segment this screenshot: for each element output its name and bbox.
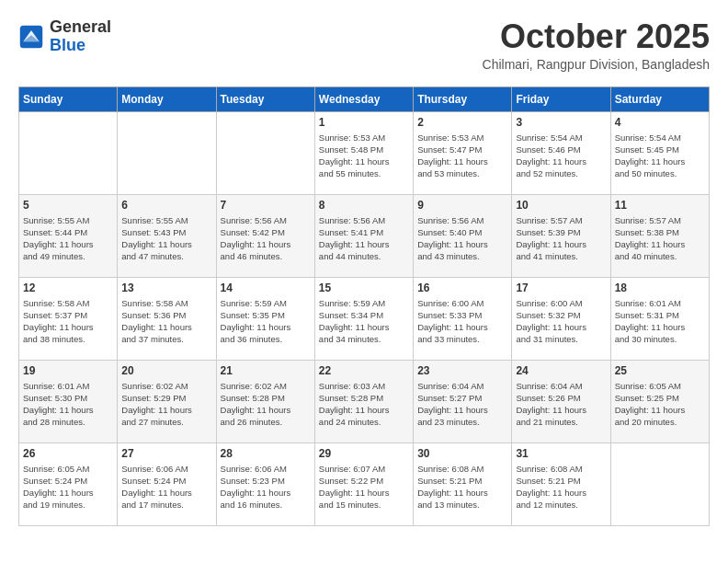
- calendar-cell: 25Sunrise: 6:05 AMSunset: 5:25 PMDayligh…: [610, 360, 709, 442]
- day-number: 27: [121, 447, 211, 460]
- day-number: 20: [121, 364, 211, 377]
- day-info: Sunrise: 6:07 AMSunset: 5:22 PMDaylight:…: [319, 463, 409, 511]
- day-info: Sunrise: 5:57 AMSunset: 5:38 PMDaylight:…: [615, 214, 705, 263]
- day-info: Sunrise: 5:58 AMSunset: 5:37 PMDaylight:…: [23, 297, 113, 346]
- day-info: Sunrise: 5:59 AMSunset: 5:34 PMDaylight:…: [319, 297, 409, 346]
- month-title: October 2025: [483, 18, 710, 55]
- calendar-cell: 2Sunrise: 5:53 AMSunset: 5:47 PMDaylight…: [414, 111, 512, 194]
- header-saturday: Saturday: [610, 86, 709, 111]
- calendar-cell: 23Sunrise: 6:04 AMSunset: 5:27 PMDayligh…: [414, 360, 512, 442]
- day-number: 17: [516, 282, 606, 294]
- calendar-cell: [118, 111, 216, 194]
- calendar-week-row: 19Sunrise: 6:01 AMSunset: 5:30 PMDayligh…: [19, 360, 710, 442]
- header-wednesday: Wednesday: [314, 86, 413, 111]
- calendar-cell: 9Sunrise: 5:56 AMSunset: 5:40 PMDaylight…: [414, 194, 512, 277]
- page-header: General Blue October 2025 Chilmari, Rang…: [18, 18, 710, 72]
- calendar-week-row: 26Sunrise: 6:05 AMSunset: 5:24 PMDayligh…: [19, 442, 710, 525]
- calendar-cell: 10Sunrise: 5:57 AMSunset: 5:39 PMDayligh…: [512, 194, 610, 277]
- day-number: 8: [319, 199, 409, 212]
- calendar-week-row: 1Sunrise: 5:53 AMSunset: 5:48 PMDaylight…: [19, 111, 710, 194]
- calendar-cell: 28Sunrise: 6:06 AMSunset: 5:23 PMDayligh…: [216, 442, 314, 525]
- day-info: Sunrise: 5:55 AMSunset: 5:44 PMDaylight:…: [23, 214, 113, 263]
- day-number: 2: [417, 116, 507, 129]
- day-number: 21: [221, 364, 311, 377]
- day-info: Sunrise: 5:53 AMSunset: 5:48 PMDaylight:…: [319, 132, 409, 180]
- day-number: 22: [319, 364, 409, 377]
- day-info: Sunrise: 6:02 AMSunset: 5:29 PMDaylight:…: [121, 380, 211, 429]
- day-info: Sunrise: 6:01 AMSunset: 5:30 PMDaylight:…: [23, 380, 113, 429]
- calendar-cell: [610, 442, 709, 525]
- logo-icon: [18, 24, 44, 50]
- day-info: Sunrise: 6:04 AMSunset: 5:26 PMDaylight:…: [516, 380, 606, 429]
- logo-general-text: General: [50, 17, 111, 36]
- day-info: Sunrise: 5:57 AMSunset: 5:39 PMDaylight:…: [516, 214, 606, 263]
- calendar-cell: 21Sunrise: 6:02 AMSunset: 5:28 PMDayligh…: [216, 360, 314, 442]
- day-number: 31: [516, 447, 606, 460]
- day-number: 13: [121, 282, 211, 294]
- calendar-cell: 27Sunrise: 6:06 AMSunset: 5:24 PMDayligh…: [118, 442, 216, 525]
- calendar-header-row: SundayMondayTuesdayWednesdayThursdayFrid…: [19, 86, 710, 111]
- header-friday: Friday: [512, 86, 610, 111]
- calendar-cell: 15Sunrise: 5:59 AMSunset: 5:34 PMDayligh…: [314, 277, 413, 360]
- calendar-cell: 11Sunrise: 5:57 AMSunset: 5:38 PMDayligh…: [610, 194, 709, 277]
- day-number: 12: [23, 282, 113, 294]
- day-info: Sunrise: 6:05 AMSunset: 5:25 PMDaylight:…: [615, 380, 705, 429]
- logo-blue-text: Blue: [50, 36, 85, 54]
- location-subtitle: Chilmari, Rangpur Division, Bangladesh: [483, 57, 710, 72]
- calendar-cell: 8Sunrise: 5:56 AMSunset: 5:41 PMDaylight…: [314, 194, 413, 277]
- day-number: 29: [319, 447, 409, 460]
- day-info: Sunrise: 6:00 AMSunset: 5:32 PMDaylight:…: [516, 297, 606, 346]
- day-info: Sunrise: 5:54 AMSunset: 5:46 PMDaylight:…: [516, 132, 606, 180]
- day-info: Sunrise: 5:56 AMSunset: 5:42 PMDaylight:…: [221, 214, 311, 263]
- day-info: Sunrise: 6:02 AMSunset: 5:28 PMDaylight:…: [221, 380, 311, 429]
- day-number: 16: [417, 282, 507, 294]
- calendar-cell: 6Sunrise: 5:55 AMSunset: 5:43 PMDaylight…: [118, 194, 216, 277]
- calendar-cell: 14Sunrise: 5:59 AMSunset: 5:35 PMDayligh…: [216, 277, 314, 360]
- day-number: 14: [221, 282, 311, 294]
- calendar-cell: 20Sunrise: 6:02 AMSunset: 5:29 PMDayligh…: [118, 360, 216, 442]
- logo: General Blue: [18, 18, 111, 55]
- calendar-cell: 13Sunrise: 5:58 AMSunset: 5:36 PMDayligh…: [118, 277, 216, 360]
- calendar-cell: [19, 111, 118, 194]
- day-number: 10: [516, 199, 606, 212]
- calendar-week-row: 5Sunrise: 5:55 AMSunset: 5:44 PMDaylight…: [19, 194, 710, 277]
- day-info: Sunrise: 6:05 AMSunset: 5:24 PMDaylight:…: [23, 463, 113, 511]
- day-number: 18: [615, 282, 705, 294]
- calendar-cell: 30Sunrise: 6:08 AMSunset: 5:21 PMDayligh…: [414, 442, 512, 525]
- day-number: 5: [23, 199, 113, 212]
- header-monday: Monday: [118, 86, 216, 111]
- calendar-cell: 12Sunrise: 5:58 AMSunset: 5:37 PMDayligh…: [19, 277, 118, 360]
- day-number: 15: [319, 282, 409, 294]
- calendar-cell: 5Sunrise: 5:55 AMSunset: 5:44 PMDaylight…: [19, 194, 118, 277]
- day-number: 3: [516, 116, 606, 129]
- day-number: 23: [417, 364, 507, 377]
- header-tuesday: Tuesday: [216, 86, 314, 111]
- calendar-cell: 17Sunrise: 6:00 AMSunset: 5:32 PMDayligh…: [512, 277, 610, 360]
- header-sunday: Sunday: [19, 86, 118, 111]
- calendar-cell: 22Sunrise: 6:03 AMSunset: 5:28 PMDayligh…: [314, 360, 413, 442]
- day-info: Sunrise: 5:56 AMSunset: 5:40 PMDaylight:…: [417, 214, 507, 263]
- calendar-cell: 26Sunrise: 6:05 AMSunset: 5:24 PMDayligh…: [19, 442, 118, 525]
- day-info: Sunrise: 6:00 AMSunset: 5:33 PMDaylight:…: [417, 297, 507, 346]
- calendar-cell: 3Sunrise: 5:54 AMSunset: 5:46 PMDaylight…: [512, 111, 610, 194]
- day-info: Sunrise: 5:54 AMSunset: 5:45 PMDaylight:…: [615, 132, 705, 180]
- title-block: October 2025 Chilmari, Rangpur Division,…: [483, 18, 710, 72]
- calendar-cell: 16Sunrise: 6:00 AMSunset: 5:33 PMDayligh…: [414, 277, 512, 360]
- day-info: Sunrise: 6:06 AMSunset: 5:23 PMDaylight:…: [221, 463, 311, 511]
- day-info: Sunrise: 5:55 AMSunset: 5:43 PMDaylight:…: [121, 214, 211, 263]
- day-info: Sunrise: 5:59 AMSunset: 5:35 PMDaylight:…: [221, 297, 311, 346]
- calendar-cell: 1Sunrise: 5:53 AMSunset: 5:48 PMDaylight…: [314, 111, 413, 194]
- day-info: Sunrise: 6:06 AMSunset: 5:24 PMDaylight:…: [121, 463, 211, 511]
- day-info: Sunrise: 5:56 AMSunset: 5:41 PMDaylight:…: [319, 214, 409, 263]
- day-number: 4: [615, 116, 705, 129]
- day-info: Sunrise: 6:04 AMSunset: 5:27 PMDaylight:…: [417, 380, 507, 429]
- calendar-cell: [216, 111, 314, 194]
- day-number: 25: [615, 364, 705, 377]
- calendar-table: SundayMondayTuesdayWednesdayThursdayFrid…: [18, 86, 710, 526]
- day-number: 7: [221, 199, 311, 212]
- calendar-cell: 29Sunrise: 6:07 AMSunset: 5:22 PMDayligh…: [314, 442, 413, 525]
- day-number: 9: [417, 199, 507, 212]
- day-number: 28: [221, 447, 311, 460]
- calendar-cell: 24Sunrise: 6:04 AMSunset: 5:26 PMDayligh…: [512, 360, 610, 442]
- calendar-cell: 31Sunrise: 6:08 AMSunset: 5:21 PMDayligh…: [512, 442, 610, 525]
